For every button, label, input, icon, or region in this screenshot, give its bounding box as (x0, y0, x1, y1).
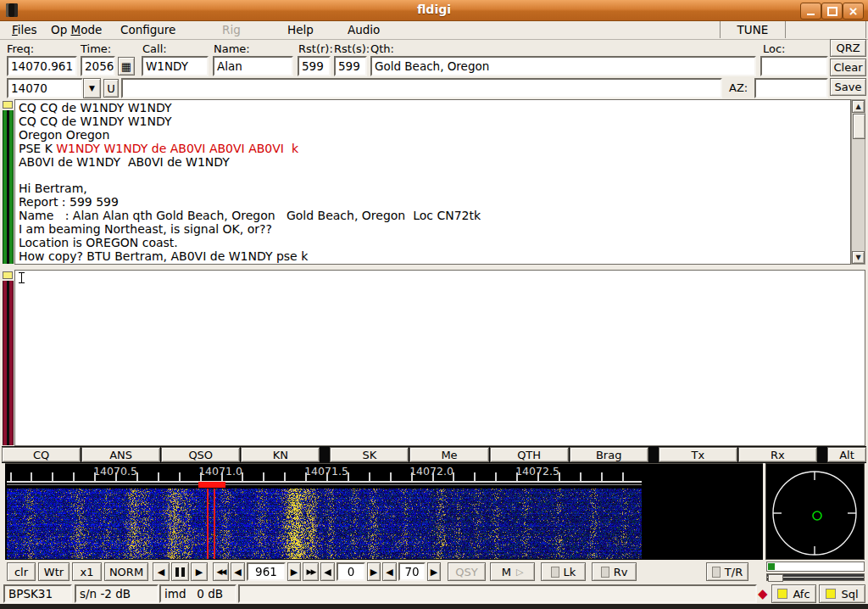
rx-squelch-button[interactable] (3, 101, 13, 109)
waterfall-panel[interactable]: 14070.514071.014071.514072.014072.5 (5, 463, 763, 560)
macro-button-cq[interactable]: CQ (2, 447, 81, 462)
waterfall-tick (158, 472, 159, 481)
menu-configure[interactable]: Configure (120, 23, 175, 36)
macro-button-kn[interactable]: KN (241, 447, 320, 462)
menu-help[interactable]: Help (287, 23, 314, 36)
close-button[interactable]: × (843, 3, 864, 20)
window-bottom-frame (0, 604, 868, 609)
usb-lsb-button[interactable]: U (103, 79, 119, 98)
rx-line: PSE K W1NDY W1NDY de AB0VI AB0VI AB0VI k (19, 142, 847, 156)
rst-received-field[interactable]: 599 (298, 56, 331, 76)
zoom-x1-button[interactable]: x1 (72, 562, 102, 581)
offset-down-button[interactable]: ◀ (320, 562, 335, 581)
norm-button[interactable]: NORM (104, 562, 148, 581)
mode-status[interactable]: BPSK31 (3, 584, 72, 603)
rx-text-panel[interactable]: CQ CQ de W1NDY W1NDYCQ CQ de W1NDY W1NDY… (14, 99, 851, 265)
macro-button-tx[interactable]: Tx (659, 447, 737, 462)
tx-text (15, 271, 865, 274)
clear-button[interactable]: Clear (830, 59, 866, 76)
sql-button[interactable]: Sql (819, 584, 865, 603)
name-field[interactable]: Alan (213, 56, 293, 76)
slider-handle[interactable] (768, 574, 783, 582)
sql-indicator (826, 589, 836, 599)
arrow-right-icon: ▶ (370, 567, 377, 577)
azimuth-field[interactable] (754, 78, 828, 98)
rx-line: Oregon Oregon (19, 129, 847, 142)
rst-sent-field[interactable]: 599 (334, 56, 367, 76)
maximize-button[interactable] (821, 3, 843, 20)
menu-audio[interactable]: Audio (348, 23, 380, 36)
scroll-down-button[interactable]: ▼ (852, 251, 865, 264)
rx-scrollbar-thumb[interactable] (853, 114, 865, 139)
notes-field[interactable] (121, 78, 722, 98)
tr-label: T/R (725, 566, 743, 578)
signal-level-meter (766, 562, 865, 572)
arrow-left-icon: ◀ (234, 567, 241, 577)
waterfall-spectrum[interactable] (7, 489, 642, 559)
qrz-button[interactable]: QRZ (830, 39, 866, 57)
rx-scrollbar[interactable]: ▲ ▼ (851, 99, 865, 265)
afc-label: Afc (793, 588, 810, 601)
range-field[interactable]: 70 (398, 562, 426, 581)
az-label: AZ: (729, 81, 748, 94)
waterfall-tick (326, 472, 328, 481)
menu-files[interactable]: Files (12, 23, 37, 36)
rx-line: Hi Bertram, (19, 182, 847, 196)
tr-button[interactable]: T/R (706, 562, 748, 581)
macro-button-me[interactable]: Me (409, 447, 488, 462)
rx-line: Location is OREGON coast. (19, 237, 847, 250)
macro-store-button[interactable]: M▷ (490, 562, 535, 581)
waterfall-tick (559, 472, 560, 481)
range-down-button[interactable]: ◀ (382, 562, 397, 581)
clear-waterfall-button[interactable]: clr (7, 562, 36, 581)
range-up-button[interactable]: ▶ (427, 562, 441, 581)
arrow-right-icon: ▶ (431, 567, 437, 577)
wf-shift-left-button[interactable]: ◀ (153, 562, 170, 581)
macro-button-brag[interactable]: Brag (570, 447, 648, 462)
waterfall-tick (305, 472, 307, 481)
lock-button[interactable]: Lk (541, 562, 586, 581)
squelch-slider[interactable] (766, 573, 865, 581)
waterfall-mode-button[interactable]: Wtr (38, 562, 70, 581)
tx-squelch-button[interactable] (3, 271, 13, 279)
wf-shift-right-button[interactable]: ▶ (191, 562, 208, 581)
offset-up-button[interactable]: ▶ (367, 562, 381, 581)
tx-text-panel[interactable] (14, 270, 865, 446)
menu-op-mode[interactable]: Op Mode (51, 23, 102, 36)
carrier-coarse-down-button[interactable]: ◀◀ (213, 562, 229, 581)
tr-indicator (712, 567, 721, 578)
maximize-icon (827, 7, 837, 16)
waterfall-tick (474, 472, 476, 481)
carrier-frequency-field[interactable]: 961 (247, 562, 286, 581)
carrier-coarse-up-button[interactable]: ▶▶ (303, 562, 319, 581)
carrier-up-button[interactable]: ▶ (287, 562, 301, 581)
carrier-down-button[interactable]: ◀ (231, 562, 245, 581)
time-field[interactable]: 2056 (81, 56, 115, 76)
wf-pause-button[interactable] (171, 562, 189, 581)
call-field[interactable]: W1NDY (142, 56, 209, 76)
save-button[interactable]: Save (830, 78, 866, 96)
waterfall-cursor-marker[interactable] (198, 482, 225, 488)
menubar: FilesOp ModeConfigureRigHelpAudio TUNE (0, 21, 868, 40)
band-combo-field[interactable]: 14070 (7, 78, 83, 98)
freq-field[interactable]: 14070.961 (7, 56, 77, 76)
macro-button-qso[interactable]: QSO (161, 447, 240, 462)
titlebar[interactable]: fldigi × (0, 0, 868, 21)
rx-line: I am beaming Northeast, is signal OK, or… (19, 223, 847, 237)
macro-button-sk[interactable]: SK (330, 447, 409, 462)
tune-button[interactable]: TUNE (720, 21, 786, 38)
scroll-up-button[interactable]: ▲ (852, 100, 865, 113)
macro-alt-button[interactable]: Alt (827, 447, 866, 462)
time-keypad-button[interactable]: ▦ (118, 57, 135, 75)
macro-button-qth[interactable]: QTH (490, 447, 569, 462)
reverse-button[interactable]: Rv (592, 562, 637, 581)
minimize-button[interactable] (800, 3, 821, 20)
offset-field[interactable]: 0 (337, 562, 365, 581)
locator-field[interactable] (760, 56, 828, 76)
macro-button-ans[interactable]: ANS (81, 447, 160, 462)
macro-button-rx[interactable]: Rx (738, 447, 817, 462)
afc-button[interactable]: Afc (771, 584, 816, 603)
band-combo-arrow-button[interactable]: ▼ (83, 78, 101, 98)
double-arrow-left-icon: ◀◀ (217, 568, 225, 576)
qth-field[interactable]: Gold Beach, Oregon (370, 56, 756, 76)
